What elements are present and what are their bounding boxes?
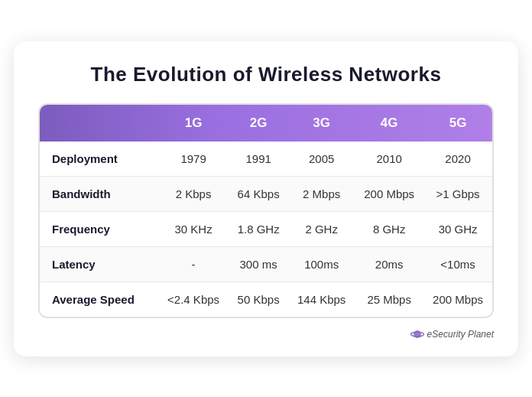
row-cell: <2.4 Kbps xyxy=(158,281,229,317)
row-cell: 1979 xyxy=(158,142,229,177)
row-cell: 30 KHz xyxy=(158,211,229,246)
row-cell: 1991 xyxy=(229,142,288,177)
row-cell: 30 GHz xyxy=(423,211,492,246)
header-1g: 1G xyxy=(158,105,229,142)
row-cell: >1 Gbps xyxy=(423,176,492,211)
row-cell: 200 Mbps xyxy=(355,176,423,211)
row-label: Latency xyxy=(40,246,158,281)
row-cell: 64 Kbps xyxy=(229,176,288,211)
row-cell: 200 Mbps xyxy=(423,281,492,317)
table-row: Frequency30 KHz1.8 GHz2 GHz8 GHz30 GHz xyxy=(40,211,492,246)
main-card: The Evolution of Wireless Networks 1G 2G… xyxy=(14,41,518,356)
table-header-row: 1G 2G 3G 4G 5G xyxy=(40,105,492,142)
row-label: Deployment xyxy=(40,142,158,177)
row-cell: 1.8 GHz xyxy=(229,211,288,246)
header-empty xyxy=(40,105,158,142)
row-cell: 2005 xyxy=(288,142,355,177)
header-4g: 4G xyxy=(355,105,423,142)
page-title: The Evolution of Wireless Networks xyxy=(38,63,494,86)
planet-icon xyxy=(410,327,424,341)
row-cell: - xyxy=(158,246,229,281)
header-5g: 5G xyxy=(423,105,492,142)
header-3g: 3G xyxy=(288,105,355,142)
table-row: Deployment19791991200520102020 xyxy=(40,142,492,177)
row-cell: 50 Kbps xyxy=(229,281,288,317)
row-cell: <10ms xyxy=(423,246,492,281)
row-cell: 2 GHz xyxy=(288,211,355,246)
row-cell: 100ms xyxy=(288,246,355,281)
row-cell: 25 Mbps xyxy=(355,281,423,317)
wireless-networks-table: 1G 2G 3G 4G 5G Deployment197919912005201… xyxy=(40,105,492,317)
table-row: Average Speed<2.4 Kbps50 Kbps144 Kbps25 … xyxy=(40,281,492,317)
row-label: Frequency xyxy=(40,211,158,246)
row-cell: 2010 xyxy=(355,142,423,177)
row-label: Bandwidth xyxy=(40,176,158,211)
header-2g: 2G xyxy=(229,105,288,142)
row-cell: 20ms xyxy=(355,246,423,281)
table-row: Latency-300 ms100ms20ms<10ms xyxy=(40,246,492,281)
brand-logo: eSecurity Planet xyxy=(410,327,494,341)
brand-text: eSecurity Planet xyxy=(427,329,494,340)
table-row: Bandwidth2 Kbps64 Kbps2 Mbps200 Mbps>1 G… xyxy=(40,176,492,211)
row-cell: 144 Kbps xyxy=(288,281,355,317)
table-wrapper: 1G 2G 3G 4G 5G Deployment197919912005201… xyxy=(38,103,494,318)
row-cell: 300 ms xyxy=(229,246,288,281)
row-cell: 8 GHz xyxy=(355,211,423,246)
footer: eSecurity Planet xyxy=(38,327,494,341)
row-cell: 2020 xyxy=(423,142,492,177)
row-cell: 2 Mbps xyxy=(288,176,355,211)
row-cell: 2 Kbps xyxy=(158,176,229,211)
row-label: Average Speed xyxy=(40,281,158,317)
